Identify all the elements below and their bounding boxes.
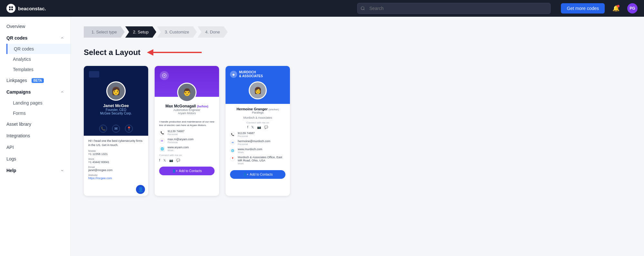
layout-card-1[interactable]: 👩 Janet McGee Founder, CEO McGee Securit… <box>84 66 148 196</box>
card1-website-label: Website <box>88 174 144 177</box>
qr-codes-section-label: QR codes <box>6 35 27 41</box>
notifications-button[interactable]: 🔔 <box>612 5 620 12</box>
sidebar-item-landing-pages[interactable]: Landing pages <box>6 98 71 108</box>
card2-website-icon: 🌐 <box>159 146 165 152</box>
card3-address-type: Work <box>238 162 285 165</box>
card2-connect-label: Connect with me on <box>159 154 215 157</box>
overview-label: Overview <box>6 24 25 29</box>
card2-footer: 👤+ Add to Contacts <box>155 167 219 179</box>
card3-phone-type: Personal <box>238 135 255 138</box>
card1-mobile-val: +1 12358 1321 <box>88 152 144 156</box>
chevron-down-icon-help <box>60 169 64 172</box>
add-contacts-button-card3[interactable]: 👤+ Add to Contacts <box>230 170 285 179</box>
sidebar-section-campaigns[interactable]: Campaigns <box>0 86 71 98</box>
add-contacts-label-card3: Add to Contacts <box>250 173 273 176</box>
layout-card-3[interactable]: ◆ MURDOCH& ASSOCIATES 👩 Hermoine Granger… <box>226 66 290 196</box>
card3-address-val: Murdoch & Associates Office, East MR Roa… <box>238 156 285 162</box>
card2-email-field: ✉ max.m@aryam.com Personal <box>159 138 215 144</box>
card3-address-icon: 📍 <box>230 156 235 161</box>
card2-bio: I handle production and maintenance of o… <box>159 120 215 127</box>
sidebar-item-qr-codes[interactable]: QR codes <box>6 44 71 54</box>
card2-phone-type: Personal <box>168 133 185 136</box>
step-customize[interactable]: 3. Customize <box>157 26 197 38</box>
beta-badge: BETA <box>32 78 44 83</box>
card3-email-icon: ✉ <box>230 140 235 145</box>
sidebar-item-integrations[interactable]: Integrations <box>0 130 71 142</box>
sidebar-item-logs[interactable]: Logs <box>0 153 71 165</box>
layout-card-2[interactable]: 👨 Max McGonagall (he/him) Automotive Eng… <box>155 66 219 196</box>
card1-email-val: janet@mcgee.com <box>88 169 144 172</box>
top-navigation: beaconstac. Get more codes 🔔 PG <box>0 0 644 17</box>
card1-website-val: https://mcgee.com <box>88 177 144 180</box>
card1-name: Janet McGee <box>103 103 129 108</box>
card2-logo <box>160 71 169 80</box>
card1-icons: 📞 ✉ 📍 <box>84 122 148 136</box>
card3-email-field: ✉ hermoine@murdoch.com Personal <box>230 140 285 146</box>
analytics-label: Analytics <box>13 57 31 62</box>
step-setup[interactable]: 2. Setup <box>125 26 156 38</box>
sidebar-item-asset-library[interactable]: Asset library <box>0 118 71 130</box>
card3-logo: ◆ MURDOCH& ASSOCIATES <box>230 70 263 78</box>
step-select-type[interactable]: 1. Select type <box>84 26 125 38</box>
sidebar-item-api[interactable]: API <box>0 142 71 153</box>
card3-website-val: www.murdoch.com <box>238 148 262 151</box>
card1-work-label: Work <box>88 158 144 160</box>
steps-bar: 1. Select type 2. Setup 3. Customize 4. … <box>84 26 284 38</box>
step-3-label: 3. Customize <box>165 30 189 34</box>
sidebar-item-overview[interactable]: Overview <box>0 21 71 32</box>
card2-email-type: Personal <box>168 141 194 144</box>
card2-phone-val: 91139 74687 <box>168 130 185 133</box>
search-input[interactable] <box>357 3 551 14</box>
add-contacts-label: Add to Contacts <box>179 169 202 173</box>
svg-point-4 <box>361 7 364 10</box>
card3-header: ◆ MURDOCH& ASSOCIATES 👩 <box>226 66 290 104</box>
avatar[interactable]: PG <box>627 3 638 14</box>
card3-phone-icon: 📞 <box>230 132 235 137</box>
twitter-icon: 𝕏 <box>163 159 166 162</box>
card2-header: 👨 Max McGonagall (he/him) Automotive Eng… <box>155 66 219 117</box>
svg-rect-1 <box>11 6 13 8</box>
card2-title: Automotive Engineer <box>173 108 200 112</box>
card3-phone-val: 91139 74687 <box>238 132 255 135</box>
step-done[interactable]: 4. Done <box>197 26 228 38</box>
step-4-label: 4. Done <box>205 30 220 34</box>
card3-facebook-icon: f <box>247 125 248 129</box>
whatsapp-icon: 💬 <box>176 159 180 162</box>
card2-body: I handle production and maintenance of o… <box>155 117 219 167</box>
get-more-codes-button[interactable]: Get more codes <box>561 3 605 14</box>
card1-title: Founder, CEO <box>106 108 126 112</box>
card1-footer: 👤 <box>84 183 148 196</box>
sidebar-item-analytics[interactable]: Analytics <box>6 54 71 64</box>
sidebar-item-linkpages[interactable]: Linkpages BETA <box>0 75 71 86</box>
sidebar-section-qr-codes[interactable]: QR codes <box>0 32 71 44</box>
card3-email-val: hermoine@murdoch.com <box>238 140 270 143</box>
linkpages-label: Linkpages <box>6 78 27 83</box>
asset-library-label: Asset library <box>6 122 31 127</box>
arrow-icon <box>147 47 205 58</box>
facebook-icon: f <box>159 159 160 162</box>
card2-avatar: 👨 <box>177 83 197 102</box>
card3-phone-field: 📞 91139 74687 Personal <box>230 132 285 138</box>
card1-phone-icon: 📞 <box>99 125 107 133</box>
card1-add-contact-fab[interactable]: 👤 <box>136 185 145 194</box>
card1-company: McGee Security Corp. <box>100 112 132 115</box>
add-contacts-button-card2[interactable]: 👤+ Add to Contacts <box>159 167 215 175</box>
campaigns-submenu: Landing pages Forms <box>0 98 71 118</box>
card2-social: f 𝕏 📷 💬 <box>159 157 215 164</box>
svg-marker-6 <box>147 49 153 56</box>
arrow-indicator <box>147 47 205 58</box>
search-icon <box>360 6 365 11</box>
card1-body: Hi! I head one the best cybersecurity fi… <box>84 136 148 183</box>
card3-logo-icon: ◆ <box>230 71 237 78</box>
card3-website-icon: 🌐 <box>230 148 235 153</box>
sidebar-item-help[interactable]: Help <box>0 165 71 176</box>
sidebar-item-templates[interactable]: Templates <box>6 64 71 75</box>
sidebar-item-forms[interactable]: Forms <box>6 108 71 118</box>
card3-email-type: Personal <box>238 143 270 146</box>
forms-label: Forms <box>13 111 26 116</box>
logo-icon <box>6 4 15 13</box>
api-label: API <box>6 145 14 150</box>
logo: beaconstac. <box>6 4 46 13</box>
page-title: Select a Layout <box>84 48 140 57</box>
notification-badge <box>617 5 620 7</box>
